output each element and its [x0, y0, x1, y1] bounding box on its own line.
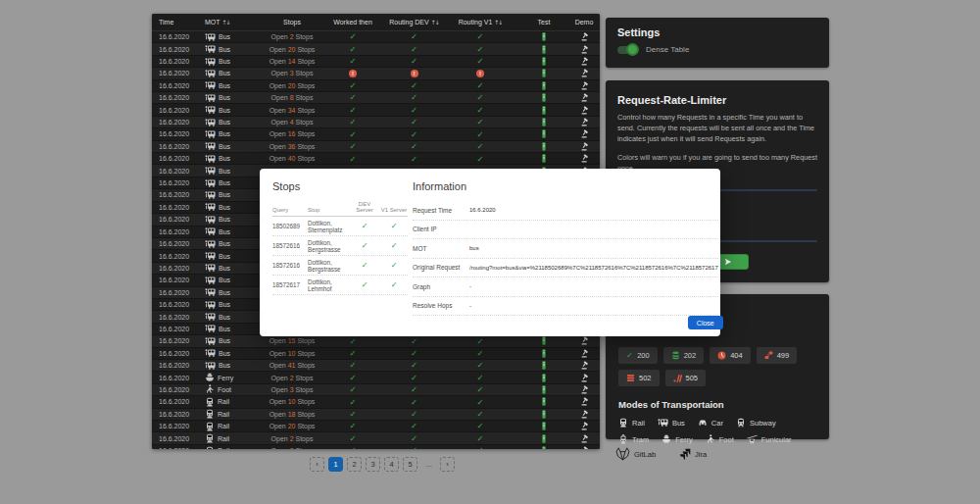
- demo-cell[interactable]: [568, 374, 600, 382]
- open-stops-link[interactable]: Open 41 Stops: [266, 362, 318, 369]
- test-cell[interactable]: [519, 93, 568, 102]
- jira-link[interactable]: Jira: [679, 448, 707, 460]
- column-header-routing-dev[interactable]: Routing DEV↑↓: [387, 19, 441, 25]
- demo-cell[interactable]: [568, 142, 600, 151]
- table-row[interactable]: 16.6.2020RailOpen 18 Stops✓✓✓: [152, 409, 600, 421]
- open-stops-link[interactable]: Open 20 Stops: [266, 82, 318, 89]
- demo-cell[interactable]: [568, 45, 600, 54]
- demo-cell[interactable]: [568, 129, 600, 138]
- test-cell[interactable]: [519, 422, 568, 430]
- page-button-2[interactable]: 2: [347, 457, 362, 472]
- open-stops-link[interactable]: Open 10 Stops: [266, 350, 318, 357]
- open-stops-link[interactable]: Open 2 Stops: [266, 435, 318, 442]
- table-row[interactable]: 16.6.2020BusOpen 10 Stops✓✓✓: [152, 348, 600, 360]
- test-cell[interactable]: [519, 410, 568, 419]
- test-cell[interactable]: [519, 361, 568, 370]
- test-cell[interactable]: [519, 142, 568, 151]
- mode-bus[interactable]: Bus: [658, 418, 685, 428]
- mode-car[interactable]: Car: [698, 418, 723, 428]
- status-chip-505[interactable]: 505: [665, 370, 707, 386]
- demo-cell[interactable]: [568, 397, 600, 406]
- open-stops-link[interactable]: Open 2 Stops: [266, 33, 318, 40]
- next-page-button[interactable]: ›: [440, 457, 455, 472]
- mode-ferry[interactable]: Ferry: [662, 434, 693, 444]
- gitlab-link[interactable]: GitLab: [615, 447, 656, 461]
- demo-cell[interactable]: [568, 154, 600, 163]
- dense-table-toggle[interactable]: [617, 46, 637, 54]
- demo-cell[interactable]: [568, 93, 600, 102]
- demo-cell[interactable]: [568, 57, 600, 66]
- open-stops-link[interactable]: Open 14 Stops: [266, 58, 318, 65]
- demo-cell[interactable]: [568, 385, 600, 394]
- table-row[interactable]: 16.6.2020BusOpen 14 Stops✓✓✓: [152, 56, 600, 68]
- column-header-routing-v1[interactable]: Routing V1↑↓: [441, 19, 519, 25]
- open-stops-link[interactable]: Open 3 Stops: [266, 70, 318, 76]
- mode-subway[interactable]: Subway: [736, 418, 776, 428]
- demo-cell[interactable]: [568, 336, 600, 345]
- test-cell[interactable]: [519, 154, 568, 163]
- table-row[interactable]: 16.6.2020RailOpen 20 Stops✓✓✓: [152, 421, 600, 432]
- open-stops-link[interactable]: Open 2 Stops: [266, 447, 318, 449]
- table-row[interactable]: 16.6.2020BusOpen 4 Stops✓✓✓: [152, 117, 600, 128]
- demo-cell[interactable]: [568, 118, 600, 126]
- open-stops-link[interactable]: Open 10 Stops: [266, 398, 318, 405]
- open-stops-link[interactable]: Open 3 Stops: [266, 386, 318, 393]
- test-cell[interactable]: [519, 118, 568, 126]
- test-cell[interactable]: [519, 385, 568, 394]
- table-row[interactable]: 16.6.2020BusOpen 40 Stops✓✓✓: [152, 153, 600, 165]
- test-cell[interactable]: [519, 446, 568, 449]
- test-cell[interactable]: [519, 129, 568, 138]
- demo-cell[interactable]: [568, 81, 600, 90]
- table-row[interactable]: 16.6.2020RailOpen 2 Stops✓✓✓: [152, 432, 600, 444]
- open-stops-link[interactable]: Open 2 Stops: [266, 375, 318, 381]
- demo-cell[interactable]: [568, 69, 600, 77]
- open-stops-link[interactable]: Open 18 Stops: [266, 411, 318, 418]
- mode-tram[interactable]: Tram: [618, 434, 649, 444]
- demo-cell[interactable]: [568, 361, 600, 370]
- demo-cell[interactable]: [568, 422, 600, 430]
- page-button-1[interactable]: 1: [328, 457, 343, 472]
- page-button-5[interactable]: 5: [403, 457, 417, 472]
- test-cell[interactable]: [519, 106, 568, 115]
- open-stops-link[interactable]: Open 4 Stops: [266, 119, 318, 126]
- open-stops-link[interactable]: Open 15 Stops: [266, 337, 318, 344]
- status-chip-202[interactable]: 202: [663, 347, 705, 364]
- page-button-3[interactable]: 3: [366, 457, 380, 472]
- table-row[interactable]: 16.6.2020BusOpen 20 Stops✓✓✓: [152, 80, 600, 92]
- status-chip-404[interactable]: 404: [710, 347, 751, 364]
- page-button-4[interactable]: 4: [384, 457, 399, 472]
- open-stops-link[interactable]: Open 20 Stops: [266, 423, 318, 429]
- test-cell[interactable]: [519, 57, 568, 66]
- table-row[interactable]: 16.6.2020BusOpen 15 Stops✓✓✓: [152, 335, 600, 347]
- table-row[interactable]: 16.6.2020FerryOpen 2 Stops✓✓✓: [152, 372, 600, 383]
- status-chip-499[interactable]: 499: [757, 347, 798, 364]
- table-row[interactable]: 16.6.2020BusOpen 41 Stops✓✓✓: [152, 360, 600, 372]
- test-cell[interactable]: [519, 69, 568, 77]
- open-stops-link[interactable]: Open 34 Stops: [266, 107, 318, 114]
- test-cell[interactable]: [519, 397, 568, 406]
- test-cell[interactable]: [519, 45, 568, 54]
- demo-cell[interactable]: [568, 410, 600, 419]
- test-cell[interactable]: [519, 336, 568, 345]
- table-row[interactable]: 16.6.2020RailOpen 2 Stops✓✓✓: [152, 445, 600, 449]
- open-stops-link[interactable]: Open 36 Stops: [266, 143, 318, 150]
- column-header-mot[interactable]: MOT↑↓: [198, 19, 266, 25]
- table-row[interactable]: 16.6.2020RailOpen 10 Stops✓✓✓: [152, 396, 600, 408]
- demo-cell[interactable]: [568, 32, 600, 41]
- mode-foot[interactable]: Foot: [706, 434, 734, 444]
- demo-cell[interactable]: [568, 349, 600, 358]
- table-row[interactable]: 16.6.2020BusOpen 20 Stops✓✓✓: [152, 43, 600, 55]
- table-row[interactable]: 16.6.2020BusOpen 8 Stops✓✓✓: [152, 92, 600, 104]
- status-chip-502[interactable]: 502: [618, 370, 660, 386]
- open-stops-link[interactable]: Open 16 Stops: [266, 130, 318, 137]
- prev-page-button[interactable]: ‹: [310, 457, 324, 472]
- open-stops-link[interactable]: Open 40 Stops: [266, 155, 318, 162]
- mode-funicular[interactable]: Funicular: [747, 434, 792, 444]
- table-row[interactable]: 16.6.2020BusOpen 3 Stops!!!: [152, 68, 600, 79]
- demo-cell[interactable]: [568, 434, 600, 443]
- table-row[interactable]: 16.6.2020BusOpen 16 Stops✓✓✓: [152, 128, 600, 140]
- test-cell[interactable]: [519, 349, 568, 358]
- status-chip-200[interactable]: ✓200: [618, 347, 658, 364]
- open-stops-link[interactable]: Open 8 Stops: [266, 94, 318, 101]
- test-cell[interactable]: [519, 374, 568, 382]
